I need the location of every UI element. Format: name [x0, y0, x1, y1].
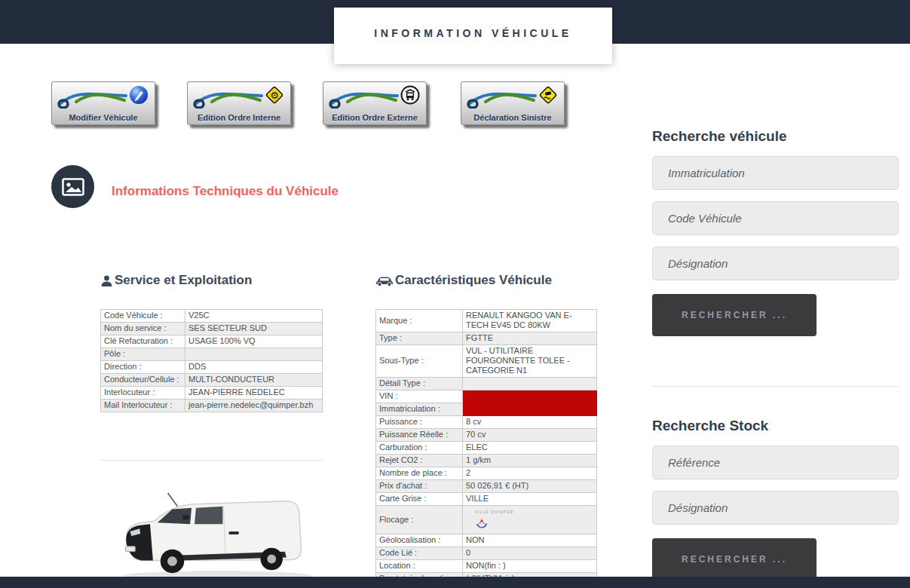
row-label: Nombre de place : — [376, 467, 463, 480]
table-row: Puissance Réelle :70 cv — [376, 429, 597, 442]
recherche-stock-form — [652, 446, 899, 525]
edition-ordre-interne-button[interactable]: ⚙ Edition Ordre Interne — [187, 81, 291, 125]
code-vehicule-input[interactable] — [652, 201, 899, 235]
row-label: Rejet CO2 : — [376, 455, 463, 467]
row-label: Nom du service : — [101, 323, 185, 335]
table-row: Code Véhicule :V25C — [101, 310, 323, 323]
car-icon — [375, 274, 394, 287]
table-row: Direction :DDS — [101, 361, 323, 374]
row-value: USAGE 100% VQ — [185, 335, 323, 348]
reference-input[interactable] — [652, 446, 899, 479]
row-label: Clé Refacturation : — [101, 335, 185, 348]
table-row: Flocage : VILLE QUIMPER — [376, 506, 597, 534]
button-label: Déclaration Sinistre — [461, 113, 564, 122]
table-row: Carte Grise :VILLE — [376, 493, 597, 506]
page: INFORMATION VÉHICULE Modifier Véhicule ⚙ — [0, 0, 910, 588]
row-value — [463, 390, 597, 403]
row-value — [185, 348, 323, 361]
designation-input[interactable] — [652, 247, 899, 280]
row-label: Carburation : — [376, 442, 463, 455]
table-row: Carburation :ELEC — [376, 442, 597, 455]
designation-stock-input[interactable] — [652, 491, 899, 525]
gear-sign-icon: ⚙ — [264, 84, 285, 106]
table-row: Type :FGTTE — [376, 332, 597, 345]
row-value: 1 g/km — [463, 455, 597, 467]
sidebar-divider — [652, 386, 899, 387]
table-row: Mail Interlocuteur :jean-pierre.nedelec@… — [101, 400, 323, 412]
row-value — [463, 378, 597, 390]
row-label: Carte Grise : — [376, 493, 463, 506]
rechercher-vehicule-button[interactable]: RECHERCHER ... — [652, 294, 817, 336]
row-value: SES SECTEUR SUD — [185, 323, 323, 335]
table-row: Sous-Type :VUL - UTILITAIRE FOURGONNETTE… — [376, 345, 597, 378]
active-page-tab[interactable]: INFORMATION VÉHICULE — [334, 8, 612, 64]
row-value: 8 cv — [463, 416, 597, 429]
table-row: Marque :RENAULT KANGOO VAN E-TECH EV45 D… — [376, 310, 597, 332]
row-label: Flocage : — [376, 506, 463, 534]
service-table-heading: Service et Exploitation — [100, 273, 323, 288]
row-value: MULTI-CONDUCTEUR — [185, 374, 323, 387]
skid-sign-icon — [538, 84, 559, 106]
immatriculation-input[interactable] — [652, 156, 899, 190]
table-row: Location :NON(fin : ) — [376, 560, 597, 573]
edition-ordre-externe-button[interactable]: Edition Ordre Externe — [323, 81, 427, 125]
declaration-sinistre-button[interactable]: Déclaration Sinistre — [461, 81, 565, 125]
row-value: NON(fin : ) — [463, 560, 597, 573]
row-value: VUL - UTILITAIRE FOURGONNETTE TOLEE - CA… — [463, 345, 597, 378]
modifier-vehicule-button[interactable]: Modifier Véhicule — [51, 81, 155, 125]
row-label: Location : — [376, 560, 463, 573]
rechercher-stock-button[interactable]: RECHERCHER ... — [652, 538, 817, 580]
vehicle-table-heading: Caractéristiques Véhicule — [375, 273, 597, 288]
pencil-sphere-icon — [128, 84, 149, 106]
row-value: jean-pierre.nedelec@quimper.bzh — [185, 400, 323, 412]
table-row: Conducteur/Cellule :MULTI-CONDUCTEUR — [101, 374, 323, 387]
person-icon — [100, 274, 113, 287]
recherche-vehicule-form — [652, 156, 899, 280]
service-exploitation-panel: Service et Exploitation Code Véhicule :V… — [100, 273, 323, 412]
car-swoosh-logo-icon — [57, 86, 129, 109]
row-label: Type : — [376, 332, 463, 345]
service-exploitation-table: Code Véhicule :V25CNom du service :SES S… — [100, 309, 323, 412]
row-label: Pôle : — [101, 348, 185, 361]
button-label: Modifier Véhicule — [52, 113, 155, 122]
row-label: Détail Type : — [376, 378, 463, 390]
row-label: Puissance : — [376, 416, 463, 429]
row-label: Direction : — [101, 361, 185, 374]
table-row: Clé Refacturation :USAGE 100% VQ — [101, 335, 323, 348]
row-label: Prix d'achat : — [376, 480, 463, 493]
quimper-emblem-icon — [475, 517, 489, 529]
row-value: 50 026,91 € (HT) — [463, 480, 597, 493]
row-value: V25C — [185, 310, 323, 323]
row-value: RENAULT KANGOO VAN E-TECH EV45 DC 80KW — [463, 310, 597, 332]
car-swoosh-logo-icon — [192, 86, 265, 109]
row-label: Puissance Réelle : — [376, 429, 463, 442]
row-value: 0 — [463, 547, 597, 560]
row-value: NON — [463, 534, 597, 547]
content-divider — [100, 460, 323, 461]
table-row: Interlocuteur :JEAN-PIERRE NEDELEC — [101, 387, 323, 400]
car-swoosh-logo-icon — [328, 86, 400, 109]
picture-icon — [62, 178, 84, 196]
recherche-vehicule-heading: Recherche véhicule — [652, 128, 899, 145]
vehicle-photo — [106, 487, 328, 588]
row-value: DDS — [185, 361, 323, 374]
table-row: Nom du service :SES SECTEUR SUD — [101, 323, 323, 335]
row-value: ELEC — [463, 442, 597, 455]
caracteristiques-vehicule-table: Marque :RENAULT KANGOO VAN E-TECH EV45 D… — [375, 309, 597, 588]
car-swoosh-logo-icon — [466, 86, 538, 109]
row-label: Code Véhicule : — [101, 310, 185, 323]
recherche-stock-heading: Recherche Stock — [652, 418, 899, 434]
table-row: Nombre de place :2 — [376, 467, 597, 480]
table-row: Prix d'achat :50 026,91 € (HT) — [376, 480, 597, 493]
table-row: Géolocalisation :NON — [376, 534, 597, 547]
svg-text:⚙: ⚙ — [270, 90, 279, 101]
truck-circle-icon — [400, 84, 421, 106]
row-label: Marque : — [376, 310, 463, 332]
row-label: VIN : — [376, 390, 463, 403]
table-row: Pôle : — [101, 348, 323, 361]
table-row: Puissance :8 cv — [376, 416, 597, 429]
row-value: JEAN-PIERRE NEDELEC — [185, 387, 323, 400]
row-label: Sous-Type : — [376, 345, 463, 378]
flocage-logo: VILLE QUIMPER — [466, 507, 513, 532]
caracteristiques-vehicule-panel: Caractéristiques Véhicule Marque :RENAUL… — [375, 273, 597, 588]
